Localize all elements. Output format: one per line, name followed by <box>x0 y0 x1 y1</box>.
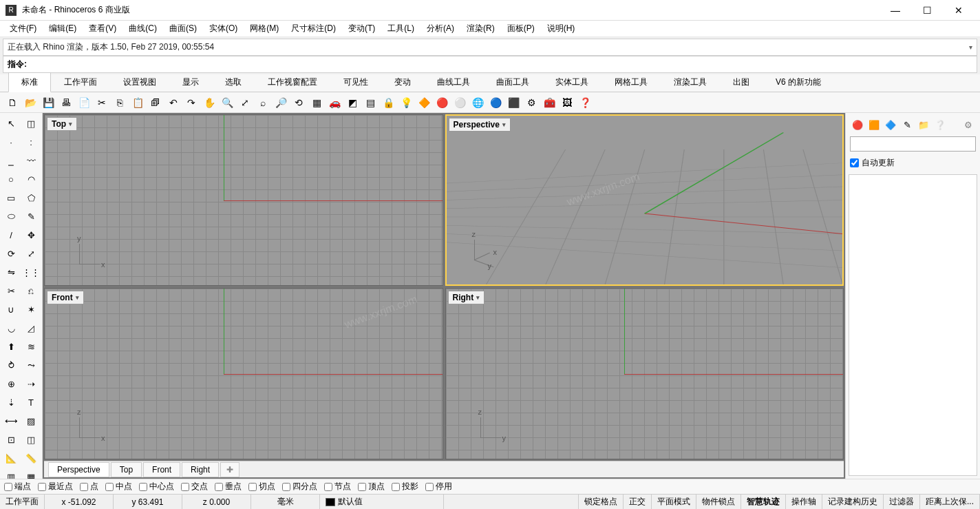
tool-text-icon[interactable]: T <box>21 393 41 411</box>
layer-red-icon[interactable]: 🔶 <box>416 94 432 111</box>
status-toggle-8[interactable]: 距离上次保... <box>920 495 980 509</box>
clipboard-icon[interactable]: 🗊 <box>147 94 164 111</box>
print-icon[interactable]: 🖶 <box>58 94 74 111</box>
tool-extrude-icon[interactable]: ⬆ <box>1 337 21 355</box>
menu-渲染(R)[interactable]: 渲染(R) <box>461 21 500 36</box>
osnap-垂点[interactable]: 垂点 <box>215 481 242 492</box>
redo-icon[interactable]: ↷ <box>183 94 200 111</box>
ribbon-tab-11[interactable]: 网格工具 <box>601 72 661 92</box>
layer-sphere-icon[interactable]: 🔴 <box>434 94 450 111</box>
tool-join-icon[interactable]: ∪ <box>1 300 21 318</box>
status-toggle-7[interactable]: 过滤器 <box>884 495 920 509</box>
tool-chamfer-icon[interactable]: ◿ <box>21 319 41 337</box>
status-toggle-4[interactable]: 智慧轨迹 <box>741 495 786 509</box>
sphere-blue-icon[interactable]: 🔵 <box>487 94 504 111</box>
rotate-view-icon[interactable]: ⟲ <box>290 94 307 111</box>
zoom-sel-icon[interactable]: ⌕ <box>255 94 271 111</box>
tool-loft-icon[interactable]: ≋ <box>21 337 41 355</box>
tool-rotate-icon[interactable]: ⟳ <box>1 245 21 262</box>
viewport-tab-right[interactable]: Right <box>182 462 219 477</box>
panel-tab-cylinder-icon[interactable]: 🔷 <box>883 117 898 132</box>
maximize-button[interactable]: ☐ <box>911 0 943 21</box>
ribbon-tab-3[interactable]: 显示 <box>169 72 212 92</box>
toolbox-icon[interactable]: 🧰 <box>541 94 557 111</box>
viewport-label-perspective[interactable]: Perspective▾ <box>449 118 511 132</box>
tool-polygon-icon[interactable]: ⬠ <box>21 189 41 207</box>
ribbon-tab-8[interactable]: 曲线工具 <box>424 72 483 92</box>
viewport-tab-perspective[interactable]: Perspective <box>48 462 109 477</box>
pan-icon[interactable]: ✋ <box>201 94 217 111</box>
viewport-top[interactable]: Top▾ y x <box>44 114 443 286</box>
osnap-端点[interactable]: 端点 <box>4 481 31 492</box>
properties-icon[interactable]: 📄 <box>76 94 92 111</box>
command-line[interactable]: 指令: <box>3 56 977 73</box>
ribbon-tab-5[interactable]: 工作视窗配置 <box>255 72 330 92</box>
status-toggle-5[interactable]: 操作轴 <box>786 495 822 509</box>
status-toggle-3[interactable]: 物件锁点 <box>696 495 741 509</box>
ribbon-tab-2[interactable]: 设置视图 <box>110 72 169 92</box>
ribbon-tab-12[interactable]: 渲染工具 <box>661 72 720 92</box>
status-cplane[interactable]: 工作平面 <box>0 495 45 509</box>
chevron-down-icon[interactable]: ▾ <box>502 121 506 128</box>
menu-工具(L)[interactable]: 工具(L) <box>382 21 420 36</box>
add-viewport-tab[interactable]: ✚ <box>220 462 239 477</box>
status-toggle-1[interactable]: 正交 <box>624 495 652 509</box>
render-icon[interactable]: 🖼 <box>559 94 575 111</box>
osnap-顶点[interactable]: 顶点 <box>358 481 385 492</box>
tool-boolean-icon[interactable]: ⊕ <box>1 375 21 393</box>
options-icon[interactable]: ⬛ <box>505 94 522 111</box>
osnap-project[interactable]: 投影 <box>392 481 418 492</box>
osnap-切点[interactable]: 切点 <box>248 481 275 492</box>
save-icon[interactable]: 💾 <box>40 94 56 111</box>
tool-group-icon[interactable]: ⊡ <box>1 430 21 448</box>
menu-分析(A)[interactable]: 分析(A) <box>421 21 460 36</box>
plugin-icon[interactable]: ⚙ <box>523 94 540 111</box>
render-preview-icon[interactable]: ◩ <box>344 94 361 111</box>
viewport-right[interactable]: Right▾ z y <box>445 288 844 459</box>
close-button[interactable]: ✕ <box>943 0 974 21</box>
osnap-中点[interactable]: 中点 <box>105 481 132 492</box>
command-history-dropdown-icon[interactable]: ▾ <box>969 43 972 51</box>
tool-ellipse-icon[interactable]: ⬭ <box>1 207 21 225</box>
undo-icon[interactable]: ↶ <box>165 94 182 111</box>
tool-measure-icon[interactable]: 📏 <box>21 449 41 467</box>
chevron-down-icon[interactable]: ▾ <box>76 294 79 301</box>
hide-icon[interactable]: 💡 <box>398 94 414 111</box>
tool-mesh-icon[interactable]: ▦ <box>21 468 41 479</box>
menu-尺寸标注(D)[interactable]: 尺寸标注(D) <box>286 21 341 36</box>
tool-line-icon[interactable]: / <box>1 226 21 244</box>
auto-update-input[interactable] <box>850 158 859 167</box>
tool-project-icon[interactable]: ⇣ <box>1 393 21 411</box>
viewport-label-top[interactable]: Top▾ <box>47 117 77 131</box>
tool-offset-icon[interactable]: ⇢ <box>21 375 41 393</box>
zoom-extents-icon[interactable]: ⤢ <box>237 94 253 111</box>
viewport-label-front[interactable]: Front▾ <box>47 291 84 304</box>
viewport-tab-front[interactable]: Front <box>143 462 180 477</box>
menu-网格(M)[interactable]: 网格(M) <box>244 21 284 36</box>
zoom-window-icon[interactable]: 🔍 <box>219 94 235 111</box>
tool-trim-icon[interactable]: ✂ <box>1 282 21 300</box>
tool-section-icon[interactable]: ▥ <box>1 468 21 479</box>
osnap-中心点[interactable]: 中心点 <box>139 481 174 492</box>
tool-free-icon[interactable]: ✎ <box>21 207 41 225</box>
tool-rect-icon[interactable]: ▭ <box>1 189 21 207</box>
tool-block-icon[interactable]: ◫ <box>21 430 41 448</box>
viewport-front[interactable]: Front▾ z x www.xxrjm.com <box>44 288 443 459</box>
open-icon[interactable]: 📂 <box>22 94 39 111</box>
copy-icon[interactable]: ⎘ <box>111 94 128 111</box>
menu-实体(O)[interactable]: 实体(O) <box>204 21 243 36</box>
tool-fillet-icon[interactable]: ◡ <box>1 319 21 337</box>
osnap-交点[interactable]: 交点 <box>181 481 208 492</box>
menu-文件(F)[interactable]: 文件(F) <box>4 21 42 36</box>
ribbon-tab-1[interactable]: 工作平面 <box>51 72 110 92</box>
tool-curve-icon[interactable]: 〰 <box>21 152 41 169</box>
osnap-节点[interactable]: 节点 <box>324 481 351 492</box>
viewport-label-right[interactable]: Right▾ <box>448 291 485 304</box>
tool-circle-icon[interactable]: ○ <box>1 170 21 188</box>
viewport-tab-top[interactable]: Top <box>111 462 142 477</box>
command-input[interactable] <box>30 60 972 70</box>
tool-hatch-icon[interactable]: ▨ <box>21 412 41 430</box>
panel-tab-help-icon[interactable]: ❔ <box>933 117 948 132</box>
tool-mirror-icon[interactable]: ⇋ <box>1 263 21 281</box>
status-toggle-6[interactable]: 记录建构历史 <box>822 495 884 509</box>
